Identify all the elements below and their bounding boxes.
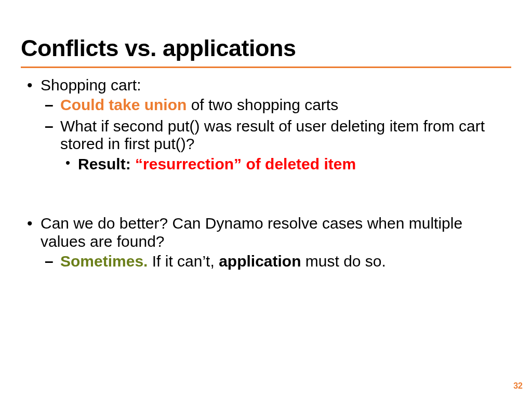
- slide-title: Conflicts vs. applications: [21, 35, 511, 61]
- list-item: Sometimes. If it can’t, application must…: [41, 252, 511, 271]
- emphasis-orange: Could take union: [60, 96, 187, 113]
- title-rule: [21, 66, 511, 68]
- bullet-text: If it can’t,: [148, 252, 219, 270]
- bullet-text: What if second put() was result of user …: [60, 117, 485, 153]
- emphasis-olive: Sometimes.: [60, 252, 148, 270]
- bullet-text: must do so.: [301, 252, 385, 270]
- list-item: Result: “resurrection” of deleted item: [60, 155, 511, 174]
- bullet-text: of two shopping carts: [187, 96, 338, 113]
- emphasis-bold: application: [219, 252, 301, 270]
- bullet-text: Shopping cart:: [41, 76, 141, 94]
- list-item: Can we do better? Can Dynamo resolve cas…: [21, 215, 511, 271]
- bullet-text: Can we do better? Can Dynamo resolve cas…: [41, 215, 462, 250]
- list-item: Could take union of two shopping carts: [41, 96, 511, 114]
- label-result: Result:: [78, 155, 135, 172]
- spacer: [21, 178, 511, 215]
- list-item: Shopping cart: Could take union of two s…: [21, 76, 511, 174]
- list-item: What if second put() was result of user …: [41, 117, 511, 174]
- slide: Conflicts vs. applications Shopping cart…: [0, 0, 532, 399]
- page-number: 32: [513, 381, 523, 391]
- bullet-list: Can we do better? Can Dynamo resolve cas…: [21, 215, 511, 271]
- emphasis-red: “resurrection” of deleted item: [135, 155, 356, 172]
- bullet-list: Shopping cart: Could take union of two s…: [21, 76, 511, 174]
